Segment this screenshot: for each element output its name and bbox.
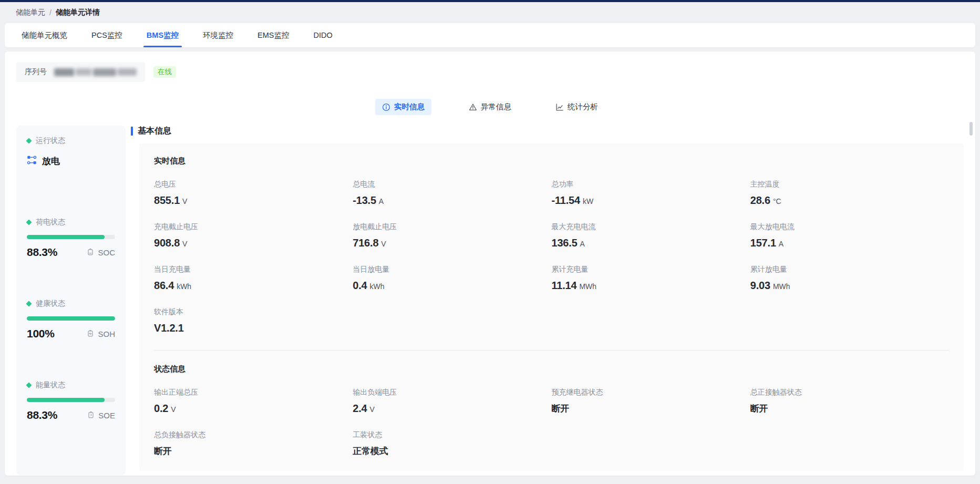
- metric-label: SOC: [98, 248, 115, 257]
- section-title-row: 能量状态: [27, 380, 115, 390]
- metric-value: 0.2: [154, 403, 168, 414]
- metric-item: 总正接触器状态 断开: [750, 388, 949, 415]
- soe-percent: 88.3%: [27, 409, 57, 421]
- metric-value: 86.4: [154, 280, 174, 291]
- info-icon: [382, 103, 390, 111]
- metric-item: 工装状态 正常模式: [353, 430, 551, 457]
- metric-label: 累计放电量: [750, 265, 949, 274]
- metric-unit: kWh: [177, 282, 191, 291]
- metric-value: 9.03: [750, 280, 770, 291]
- metric-item: 最大充电电流 136.5A: [552, 222, 750, 249]
- metric-item: 总电压 855.1V: [154, 180, 353, 207]
- metric-label: SOE: [98, 411, 115, 420]
- metric-item: 预充继电器状态 断开: [552, 388, 750, 415]
- metric-item: 最大放电电流 157.1A: [750, 222, 949, 249]
- section-header: 基本信息: [131, 126, 964, 137]
- tab-ems-monitor[interactable]: EMS监控: [257, 23, 289, 47]
- realtime-grid: 总电压 855.1V 总电流 -13.5A 总功率 -11.54kW 主控温度 …: [154, 180, 949, 334]
- tab-bms-monitor[interactable]: BMS监控: [147, 23, 179, 47]
- metric-label: 最大放电电流: [750, 222, 949, 232]
- metric-value: 断开: [154, 446, 172, 456]
- tab-pcs-monitor[interactable]: PCS监控: [91, 23, 122, 47]
- status-sidebar: 运行状态 放电: [16, 126, 126, 475]
- metric-unit: MWh: [579, 282, 596, 291]
- tab-unit-overview[interactable]: 储能单元概览: [22, 23, 67, 47]
- breadcrumb-separator: /: [49, 8, 51, 17]
- serial-number-redacted: [54, 67, 137, 77]
- battery-energy-icon: [87, 410, 95, 420]
- serial-number-field: 序列号: [16, 62, 145, 82]
- metric-unit: °C: [773, 197, 781, 205]
- breadcrumb-current: 储能单元详情: [56, 8, 100, 17]
- metric-unit: A: [379, 197, 384, 205]
- metric-label: 总电流: [353, 180, 551, 189]
- metric-label: 预充继电器状态: [552, 388, 750, 397]
- metric-label: 累计充电量: [552, 265, 750, 274]
- basic-info-area: 基本信息 实时信息 总电压 855.1V 总电流 -13.5A 总功率 -11: [131, 126, 964, 475]
- metric-label: 输出负端电压: [353, 388, 551, 397]
- online-status-badge: 在线: [153, 66, 176, 78]
- subtab-realtime-info[interactable]: 实时信息: [375, 99, 431, 115]
- tab-dido[interactable]: DIDO: [313, 23, 332, 47]
- metric-item: 充电截止电压 908.8V: [154, 222, 353, 249]
- subtab-label: 实时信息: [394, 102, 425, 112]
- soe-section: 能量状态 88.3% SO: [27, 380, 115, 462]
- section-title: 健康状态: [36, 299, 65, 308]
- bms-detail-panel: 序列号 在线 实时信息 异常信息: [5, 52, 975, 476]
- soc-value-row: 88.3% SOC: [27, 246, 115, 259]
- metric-item: 累计放电量 9.03MWh: [750, 265, 949, 292]
- metric-item: 累计充电量 11.14MWh: [552, 265, 750, 292]
- content-row: 运行状态 放电: [5, 126, 975, 475]
- chart-icon: [555, 103, 564, 111]
- metric-item: 总负接触器状态 断开: [154, 430, 353, 457]
- subtab-statistics[interactable]: 统计分析: [549, 99, 605, 115]
- metric-value: 157.1: [750, 237, 776, 249]
- section-title-row: 荷电状态: [27, 218, 115, 227]
- metric-item: 主控温度 28.6°C: [750, 180, 949, 207]
- serial-number-label: 序列号: [25, 67, 47, 77]
- metric-unit: A: [580, 240, 585, 248]
- metric-unit: V: [182, 240, 187, 248]
- metric-value: 28.6: [750, 194, 770, 206]
- metric-item: 输出负端电压 2.4V: [353, 388, 551, 415]
- metric-item: 总电流 -13.5A: [353, 180, 551, 207]
- soe-value-row: 88.3% SOE: [27, 409, 115, 421]
- soc-metric: SOC: [86, 248, 115, 258]
- metric-item: 输出正端总压 0.2V: [154, 388, 353, 415]
- metric-unit: V: [171, 405, 176, 414]
- section-title: 能量状态: [36, 380, 65, 390]
- metric-label: 当日放电量: [353, 265, 551, 274]
- metric-value: 908.8: [154, 237, 180, 249]
- section-title: 荷电状态: [36, 218, 65, 227]
- battery-health-icon: [86, 329, 95, 339]
- metric-value: 11.14: [552, 280, 577, 291]
- info-card: 实时信息 总电压 855.1V 总电流 -13.5A 总功率 -11.54kW: [139, 143, 964, 471]
- tab-env-monitor[interactable]: 环境监控: [203, 23, 233, 47]
- soh-progress-fill: [27, 316, 115, 321]
- soh-percent: 100%: [27, 327, 55, 340]
- soe-progress-bar: [27, 398, 115, 402]
- subtab-abnormal-info[interactable]: 异常信息: [462, 99, 518, 115]
- soh-value-row: 100% SOH: [27, 327, 115, 340]
- metric-value: 136.5: [552, 237, 577, 249]
- section-title-row: 健康状态: [27, 299, 115, 308]
- diamond-bullet-icon: [26, 382, 32, 388]
- subtab-label: 统计分析: [568, 102, 598, 112]
- vertical-scrollbar-thumb[interactable]: [969, 122, 973, 136]
- battery-icon: [86, 248, 95, 258]
- metric-unit: V: [369, 405, 374, 414]
- soc-percent: 88.3%: [27, 246, 57, 259]
- section-title: 基本信息: [138, 126, 171, 137]
- soh-section: 健康状态 100% SOH: [27, 299, 115, 380]
- section-title: 运行状态: [36, 136, 65, 146]
- soh-metric: SOH: [86, 329, 115, 339]
- metric-unit: A: [779, 240, 783, 248]
- metric-label: 总正接触器状态: [750, 388, 949, 397]
- run-mode-row: 放电: [27, 155, 115, 167]
- metric-label: 放电截止电压: [353, 222, 551, 232]
- diamond-bullet-icon: [26, 219, 32, 225]
- diamond-bullet-icon: [26, 138, 32, 143]
- metric-label: 充电截止电压: [154, 222, 353, 232]
- breadcrumb-parent[interactable]: 储能单元: [16, 8, 45, 17]
- metric-label: 主控温度: [750, 180, 949, 189]
